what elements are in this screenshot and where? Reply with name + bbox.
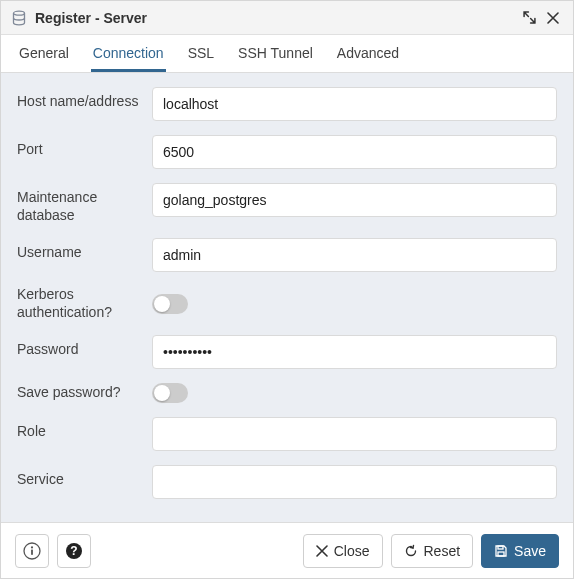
tab-advanced[interactable]: Advanced xyxy=(335,35,401,72)
tab-ssh-tunnel[interactable]: SSH Tunnel xyxy=(236,35,315,72)
tab-ssl[interactable]: SSL xyxy=(186,35,216,72)
save-password-label: Save password? xyxy=(17,384,152,402)
role-label: Role xyxy=(17,417,152,441)
port-input[interactable] xyxy=(152,135,557,169)
help-button[interactable]: ? xyxy=(57,534,91,568)
service-label: Service xyxy=(17,465,152,489)
form-area: Host name/address Port Maintenance datab… xyxy=(1,73,573,522)
save-button[interactable]: Save xyxy=(481,534,559,568)
svg-rect-6 xyxy=(498,546,503,549)
password-label: Password xyxy=(17,335,152,359)
reset-button-label: Reset xyxy=(424,543,461,559)
tabs: General Connection SSL SSH Tunnel Advanc… xyxy=(1,35,573,73)
tab-connection[interactable]: Connection xyxy=(91,35,166,72)
maintenance-db-label: Maintenance database xyxy=(17,183,152,224)
service-input[interactable] xyxy=(152,465,557,499)
host-label: Host name/address xyxy=(17,87,152,111)
reset-icon xyxy=(404,544,418,558)
role-input[interactable] xyxy=(152,417,557,451)
kerberos-toggle[interactable] xyxy=(152,294,188,314)
info-button[interactable] xyxy=(15,534,49,568)
maintenance-db-input[interactable] xyxy=(152,183,557,217)
close-icon[interactable] xyxy=(543,8,563,28)
x-icon xyxy=(316,545,328,557)
reset-button[interactable]: Reset xyxy=(391,534,474,568)
save-button-label: Save xyxy=(514,543,546,559)
username-label: Username xyxy=(17,238,152,262)
save-password-toggle[interactable] xyxy=(152,383,188,403)
kerberos-label: Kerberos authentication? xyxy=(17,286,152,321)
username-input[interactable] xyxy=(152,238,557,272)
dialog-title: Register - Server xyxy=(35,10,515,26)
titlebar: Register - Server xyxy=(1,1,573,35)
footer: ? Close Reset Save xyxy=(1,522,573,578)
svg-point-0 xyxy=(14,11,25,15)
svg-point-2 xyxy=(31,546,33,548)
close-button-label: Close xyxy=(334,543,370,559)
server-icon xyxy=(11,10,27,26)
svg-text:?: ? xyxy=(70,544,77,558)
close-button[interactable]: Close xyxy=(303,534,383,568)
port-label: Port xyxy=(17,135,152,159)
host-input[interactable] xyxy=(152,87,557,121)
tab-general[interactable]: General xyxy=(17,35,71,72)
save-icon xyxy=(494,544,508,558)
svg-rect-7 xyxy=(498,552,504,556)
register-server-dialog: Register - Server General Connection SSL… xyxy=(0,0,574,579)
password-input[interactable] xyxy=(152,335,557,369)
svg-rect-3 xyxy=(31,549,33,554)
expand-icon[interactable] xyxy=(519,8,539,28)
